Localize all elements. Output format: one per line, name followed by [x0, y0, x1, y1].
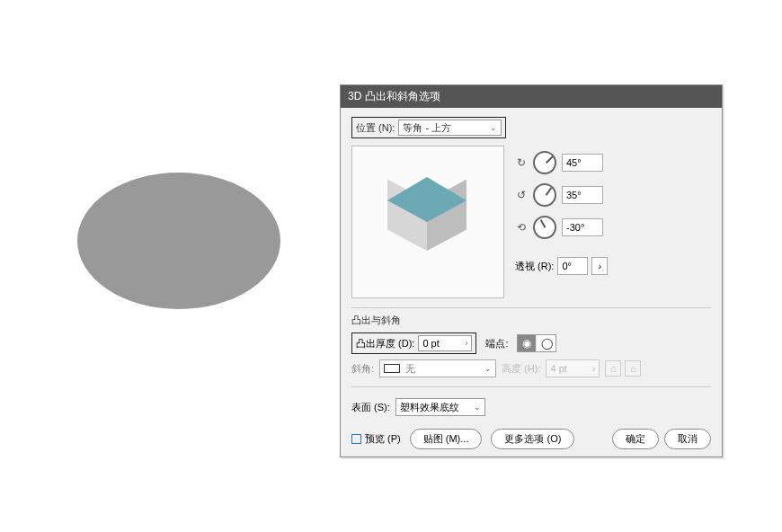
chevron-down-icon: ⌄ — [490, 123, 497, 132]
bevel-height-label: 高度 (H): — [502, 362, 540, 376]
position-dropdown[interactable]: 等角 - 上方 ⌄ — [398, 120, 502, 136]
checkbox-icon — [351, 434, 361, 444]
cap-toggle: ◉ ◯ — [517, 334, 556, 352]
extrude-depth-label: 凸出厚度 (D): — [356, 337, 414, 350]
position-group: 位置 (N): 等角 - 上方 ⌄ — [351, 117, 506, 138]
surface-label: 表面 (S): — [351, 401, 390, 414]
bevel-out-icon: ⌂ — [625, 360, 641, 377]
extrude-depth-group: 凸出厚度 (D): 0 pt › — [351, 332, 476, 354]
extrude-row: 凸出厚度 (D): 0 pt › 端点: ◉ ◯ — [351, 332, 711, 354]
ok-button[interactable]: 确定 — [612, 429, 659, 449]
bevel-in-icon: ⌂ — [605, 360, 621, 377]
dialog-title: 3D 凸出和斜角选项 — [341, 85, 722, 108]
position-value: 等角 - 上方 — [403, 121, 451, 135]
bevel-row: 斜角: 无 ⌄ 高度 (H): 4 pt › ⌂ ⌂ — [351, 359, 711, 377]
cap-on-icon[interactable]: ◉ — [518, 335, 536, 351]
preview-label: 预览 (P) — [365, 432, 401, 446]
rotation-z-row: ⟲ -30° — [515, 216, 608, 239]
cube-icon — [387, 177, 468, 267]
rotate-x-icon: ↻ — [515, 156, 528, 169]
dialog-3d-extrude-bevel: 3D 凸出和斜角选项 位置 (N): 等角 - 上方 ⌄ ↻ — [340, 84, 723, 457]
extrude-depth-input[interactable]: 0 pt › — [418, 335, 472, 351]
chevron-down-icon: ⌄ — [474, 403, 481, 412]
divider — [351, 386, 711, 387]
surface-row: 表面 (S): 塑料效果底纹 ⌄ — [351, 398, 711, 416]
canvas-ellipse-shape — [77, 173, 280, 309]
bevel-label: 斜角: — [351, 362, 374, 376]
perspective-row: 透视 (R): 0° › — [515, 257, 608, 275]
extrude-depth-value: 0 pt — [422, 338, 439, 349]
rotation-x-dial[interactable] — [533, 151, 556, 174]
dialog-body: 位置 (N): 等角 - 上方 ⌄ ↻ 45° — [341, 108, 722, 457]
rotation-z-input[interactable]: -30° — [562, 218, 603, 236]
chevron-right-icon: › — [592, 363, 596, 374]
rotation-x-row: ↻ 45° — [515, 151, 608, 174]
bevel-swatch-icon — [384, 364, 400, 373]
perspective-input[interactable]: 0° — [557, 257, 588, 275]
bevel-direction-icons: ⌂ ⌂ — [605, 360, 641, 377]
cap-off-icon[interactable]: ◯ — [538, 335, 555, 351]
bevel-value: 无 — [405, 362, 415, 376]
perspective-label: 透视 (R): — [515, 260, 554, 273]
perspective-stepper[interactable]: › — [591, 257, 608, 275]
more-options-button[interactable]: 更多选项 (O) — [491, 429, 574, 449]
rotation-x-input[interactable]: 45° — [562, 154, 603, 172]
divider — [351, 307, 711, 308]
rotation-preview-group: ↻ 45° ↺ 35° ⟲ -30° 透视 (R): 0° › — [351, 146, 711, 298]
bevel-height-input: 4 pt › — [546, 359, 600, 377]
rotation-controls: ↻ 45° ↺ 35° ⟲ -30° 透视 (R): 0° › — [515, 146, 608, 298]
rotate-y-icon: ↺ — [515, 189, 528, 201]
chevron-down-icon: ⌄ — [484, 364, 492, 373]
map-art-button[interactable]: 贴图 (M)... — [410, 429, 483, 449]
rotate-z-icon: ⟲ — [515, 221, 528, 234]
cancel-button[interactable]: 取消 — [664, 429, 711, 449]
bevel-height-value: 4 pt — [550, 363, 566, 374]
extrude-section-title: 凸出与斜角 — [351, 314, 711, 327]
cube-preview[interactable] — [351, 146, 504, 298]
chevron-right-icon: › — [465, 339, 467, 348]
rotation-y-dial[interactable] — [533, 183, 556, 207]
rotation-z-dial[interactable] — [533, 216, 556, 239]
preview-checkbox[interactable]: 预览 (P) — [351, 432, 401, 446]
button-row: 预览 (P) 贴图 (M)... 更多选项 (O) 确定 取消 — [351, 429, 711, 449]
bevel-dropdown[interactable]: 无 ⌄ — [379, 359, 496, 377]
cap-label: 端点: — [485, 337, 508, 350]
rotation-y-row: ↺ 35° — [515, 183, 608, 207]
position-label: 位置 (N): — [356, 121, 395, 135]
surface-dropdown[interactable]: 塑料效果底纹 ⌄ — [395, 398, 485, 416]
surface-value: 塑料效果底纹 — [400, 401, 459, 414]
rotation-y-input[interactable]: 35° — [562, 186, 603, 204]
